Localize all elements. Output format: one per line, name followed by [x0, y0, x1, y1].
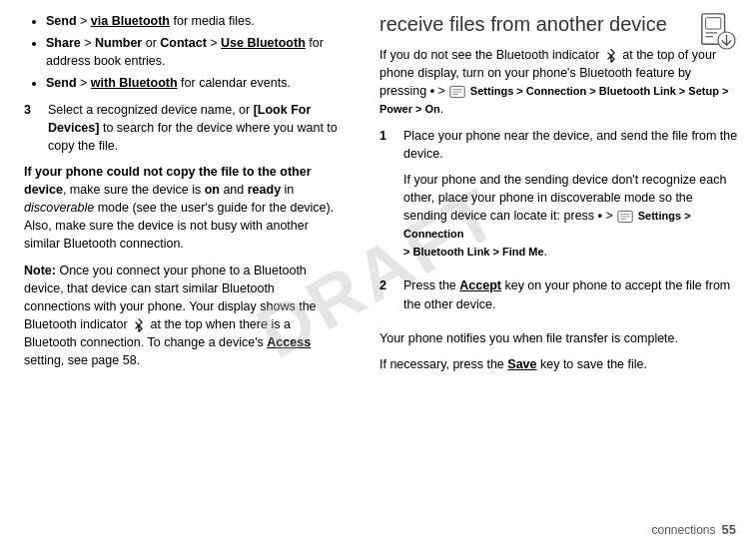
bluetooth-indicator-icon — [132, 318, 146, 332]
number-label: Number — [95, 36, 142, 50]
step-2-content: Press the Accept key on your phone to ac… — [403, 276, 738, 320]
section-heading: receive files from another device — [379, 12, 738, 36]
bt-link-findme-path: > Bluetooth Link > Find Me — [403, 246, 544, 258]
note-paragraph: Note: Once you connect your phone to a B… — [24, 262, 342, 370]
discoverable-label: discoverable — [24, 201, 94, 215]
use-bluetooth-label: Use Bluetooth — [221, 36, 306, 50]
settings-icon — [449, 85, 465, 99]
accept-key-label: Accept — [459, 278, 501, 292]
send-label-2: Send — [46, 76, 77, 90]
page-container: DRAFT Send > via Bluetooth for media fil… — [0, 0, 756, 545]
step-3-content: Select a recognized device name, or [Loo… — [48, 101, 342, 155]
step-2: 2 Press the Accept key on your phone to … — [379, 276, 738, 320]
bullet-item-1: Send > via Bluetooth for media files. — [46, 12, 342, 30]
page-footer: connections 55 — [651, 522, 736, 537]
outro-2: If necessary, press the Save key to save… — [379, 355, 738, 373]
step-3-num: 3 — [24, 101, 48, 119]
via-bluetooth-label: via Bluetooth — [91, 14, 170, 28]
note-label: Note: — [24, 264, 56, 277]
bt-indicator-icon-2 — [604, 49, 618, 63]
step-2-num: 2 — [379, 276, 403, 294]
intro-paragraph: If you do not see the Bluetooth indicato… — [379, 46, 738, 119]
bullet-item-2: Share > Number or Contact > Use Bluetoot… — [46, 34, 342, 70]
step-1-subtext: If your phone and the sending device don… — [403, 171, 738, 262]
svg-rect-1 — [706, 18, 721, 29]
step-3: 3 Select a recognized device name, or [L… — [24, 101, 342, 155]
step-1-content: Place your phone near the device, and se… — [403, 127, 738, 270]
with-bluetooth-label: with Bluetooth — [91, 76, 178, 90]
left-column: Send > via Bluetooth for media files. Sh… — [0, 0, 360, 545]
access-label: Access — [267, 335, 311, 349]
warning-paragraph: If your phone could not copy the file to… — [24, 163, 342, 254]
contact-label: Contact — [160, 36, 207, 50]
bullet-text: Send > with Bluetooth for calendar event… — [46, 76, 291, 90]
nav-dot: • — [430, 84, 434, 98]
bullet-list: Send > via Bluetooth for media files. Sh… — [24, 12, 342, 93]
look-for-devices-label: [Look For Devices] — [48, 103, 311, 135]
step-1-text: Place your phone near the device, and se… — [403, 127, 738, 163]
outro-1: Your phone notifies you when file transf… — [379, 329, 738, 347]
page-number: 55 — [722, 522, 736, 537]
ready-label: ready — [248, 183, 281, 197]
bullet-item-3: Send > with Bluetooth for calendar event… — [46, 74, 342, 92]
step-1-num: 1 — [379, 127, 403, 145]
share-label: Share — [46, 36, 81, 50]
connections-label: connections — [651, 523, 715, 537]
right-column: receive files from another device If you… — [360, 0, 756, 545]
bullet-text: Share > Number or Contact > Use Bluetoot… — [46, 36, 324, 68]
step-1: 1 Place your phone near the device, and … — [379, 127, 738, 270]
on-label: on — [205, 183, 220, 197]
settings-nav-path-2: Settings > Connection — [403, 210, 691, 240]
step-2-text: Press the Accept key on your phone to ac… — [403, 276, 738, 312]
send-label: Send — [46, 14, 77, 28]
receive-file-icon — [698, 12, 736, 55]
bullet-text: Send > via Bluetooth for media files. — [46, 14, 255, 28]
steps-list: 1 Place your phone near the device, and … — [379, 127, 738, 321]
nav-dot-2: • — [598, 209, 602, 223]
settings-icon-2 — [617, 210, 633, 224]
save-key-label: Save — [507, 357, 536, 371]
